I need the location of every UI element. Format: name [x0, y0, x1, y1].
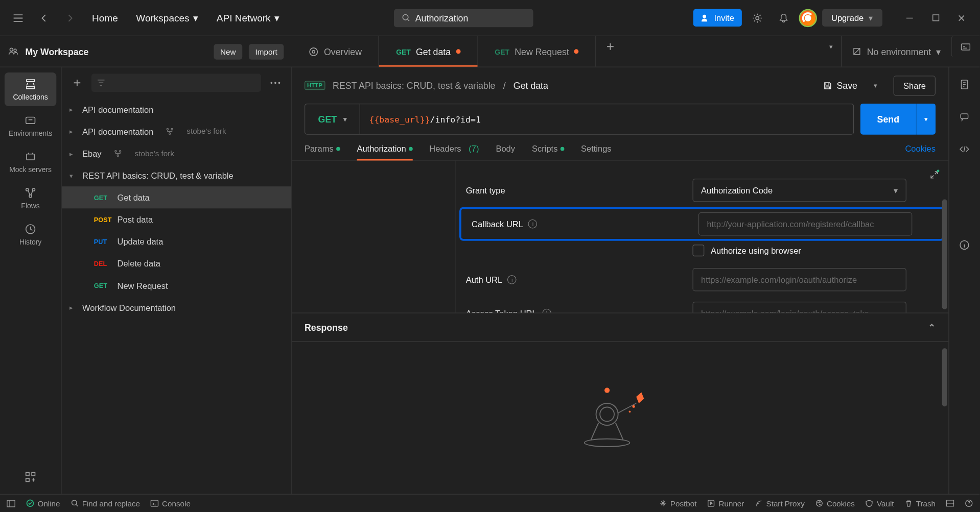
- window-close-icon[interactable]: [951, 8, 972, 29]
- subtab-body[interactable]: Body: [496, 143, 515, 160]
- docs-icon[interactable]: [954, 74, 975, 95]
- rail-history[interactable]: History: [5, 217, 56, 251]
- rail-environments[interactable]: Environments: [5, 109, 56, 142]
- info-icon[interactable]: i: [542, 309, 551, 313]
- invite-button[interactable]: Invite: [693, 9, 742, 27]
- add-icon[interactable]: [69, 72, 85, 93]
- subtab-headers[interactable]: Headers (7): [429, 143, 479, 160]
- avatar[interactable]: [799, 9, 818, 27]
- tab-overflow-icon[interactable]: ▾: [821, 36, 842, 57]
- rail-flows[interactable]: Flows: [5, 181, 56, 215]
- tree-collection[interactable]: ▸Workflow Documentation: [61, 297, 291, 319]
- upgrade-button[interactable]: Upgrade▾: [822, 9, 882, 27]
- settings-icon[interactable]: [747, 8, 768, 29]
- url-input[interactable]: {{base_url}}/info?id=1: [360, 114, 853, 124]
- save-button[interactable]: Save: [823, 80, 857, 90]
- tree-collection[interactable]: ▸API documentation stobe's fork: [61, 120, 291, 142]
- expand-icon[interactable]: [925, 166, 944, 184]
- rail-mock[interactable]: Mock servers: [5, 145, 56, 179]
- notifications-icon[interactable]: [773, 8, 794, 29]
- search-box[interactable]: [393, 9, 533, 27]
- breadcrumb-collection[interactable]: REST API basics: CRUD, test & variable: [333, 80, 495, 90]
- tree-request[interactable]: POSTPost data: [61, 208, 291, 230]
- status-panel-icon[interactable]: [7, 499, 16, 508]
- back-icon[interactable]: [34, 8, 55, 29]
- search-input[interactable]: [415, 13, 525, 23]
- scrollbar-thumb[interactable]: [942, 200, 947, 310]
- svg-point-5: [14, 49, 16, 52]
- access-token-url-input[interactable]: [692, 302, 906, 313]
- api-network-link[interactable]: API Network▾: [210, 8, 286, 28]
- rail-configure[interactable]: [5, 466, 56, 489]
- info-icon[interactable]: [954, 234, 975, 255]
- authorize-browser-checkbox[interactable]: [692, 245, 704, 256]
- new-button[interactable]: New: [214, 44, 242, 59]
- forward-icon[interactable]: [60, 8, 81, 29]
- status-trash[interactable]: Trash: [904, 499, 936, 508]
- subtab-params[interactable]: Params: [305, 143, 340, 160]
- status-console[interactable]: Console: [150, 499, 191, 508]
- response-header[interactable]: Response ⌃: [292, 312, 949, 341]
- menu-icon[interactable]: [8, 8, 29, 29]
- info-icon[interactable]: i: [507, 275, 517, 284]
- comments-icon[interactable]: [954, 106, 975, 127]
- grant-type-select[interactable]: Authorization Code▾: [692, 179, 906, 202]
- callback-url-input[interactable]: [698, 212, 912, 236]
- tab-overview[interactable]: Overview: [292, 36, 380, 67]
- online-icon: [26, 499, 34, 507]
- info-icon[interactable]: i: [528, 220, 538, 229]
- vault-label: Vault: [877, 499, 894, 508]
- status-runner[interactable]: Runner: [707, 499, 744, 508]
- share-button[interactable]: Share: [894, 76, 936, 95]
- tab-new-request[interactable]: GET New Request: [478, 36, 596, 67]
- subtab-label: Headers: [429, 143, 461, 153]
- home-link[interactable]: Home: [85, 8, 124, 27]
- status-vault[interactable]: Vault: [865, 499, 894, 508]
- tree-collection[interactable]: ▸API documentation: [61, 99, 291, 120]
- svg-point-40: [72, 500, 76, 505]
- status-cookies[interactable]: Cookies: [815, 499, 855, 508]
- status-online[interactable]: Online: [26, 499, 60, 508]
- tree-collection-expanded[interactable]: ▾REST API basics: CRUD, test & variable: [61, 164, 291, 186]
- svg-point-6: [310, 47, 317, 55]
- tree-request[interactable]: GETNew Request: [61, 275, 291, 297]
- svg-point-46: [820, 504, 821, 505]
- environment-select[interactable]: No environment ▾: [841, 36, 951, 67]
- method-select[interactable]: GET▾: [305, 104, 360, 134]
- tree-request[interactable]: DELDelete data: [61, 253, 291, 275]
- status-postbot[interactable]: Postbot: [659, 499, 696, 508]
- status-help-icon[interactable]: [965, 499, 973, 508]
- send-button[interactable]: Send: [860, 104, 916, 135]
- subtab-authorization[interactable]: Authorization: [357, 143, 412, 160]
- tree-request[interactable]: PUTUpdate data: [61, 230, 291, 252]
- env-quicklook-icon[interactable]: [951, 36, 979, 57]
- breadcrumb: HTTP REST API basics: CRUD, test & varia…: [292, 67, 949, 104]
- send-dropdown-icon[interactable]: ▾: [916, 104, 936, 135]
- filter-input[interactable]: [91, 74, 261, 92]
- add-tab-icon[interactable]: [600, 36, 621, 57]
- code-icon[interactable]: [954, 138, 975, 159]
- scrollbar-thumb[interactable]: [942, 348, 947, 406]
- save-dropdown-icon[interactable]: ▾: [865, 75, 886, 96]
- tab-get-data[interactable]: GET Get data: [379, 36, 478, 67]
- subtab-scripts[interactable]: Scripts: [532, 143, 564, 160]
- more-icon[interactable]: [268, 72, 283, 93]
- rail-collections[interactable]: Collections: [5, 72, 56, 106]
- auth-url-input[interactable]: [692, 268, 906, 291]
- active-dot-icon: [560, 147, 564, 151]
- svg-rect-16: [26, 473, 29, 476]
- status-proxy[interactable]: Start Proxy: [755, 499, 805, 508]
- status-two-pane-icon[interactable]: [946, 499, 954, 508]
- import-button[interactable]: Import: [249, 44, 284, 59]
- window-minimize-icon[interactable]: [899, 8, 920, 29]
- tree-collection[interactable]: ▸Ebay stobe's fork: [61, 142, 291, 164]
- content: HTTP REST API basics: CRUD, test & varia…: [292, 67, 949, 494]
- workspaces-label: Workspaces: [136, 12, 189, 23]
- tree-request[interactable]: GETGet data: [61, 186, 291, 208]
- window-maximize-icon[interactable]: [925, 8, 946, 29]
- subtab-settings[interactable]: Settings: [581, 143, 612, 160]
- status-find[interactable]: Find and replace: [71, 499, 140, 508]
- workspaces-link[interactable]: Workspaces▾: [130, 8, 205, 28]
- api-network-label: API Network: [217, 12, 271, 23]
- cookies-link[interactable]: Cookies: [905, 143, 936, 160]
